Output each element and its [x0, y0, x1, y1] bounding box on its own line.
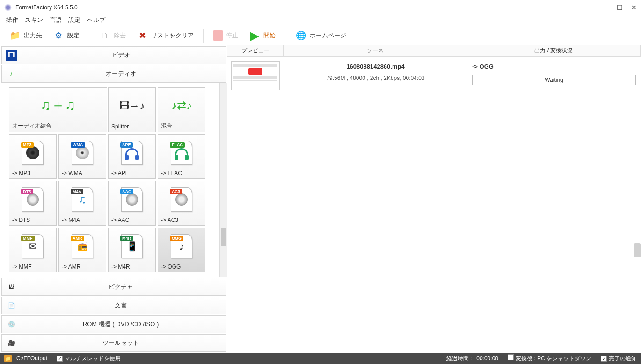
- status-bar: 📁 C:\FFOutput ✓マルチスレッドを使用 経過時間 : 00:00:0…: [0, 353, 641, 364]
- output-target: -> OGG: [472, 63, 494, 70]
- preview-thumbnail: [227, 61, 284, 90]
- mix-button[interactable]: ♪⇄♪ 混合: [158, 87, 205, 132]
- title-bar: FormatFactory X64 5.5.0 — ☐ ✕: [0, 0, 641, 14]
- window-title: FormatFactory X64 5.5.0: [15, 4, 602, 11]
- toolset-icon: 🎥: [6, 337, 17, 349]
- clear-list-button[interactable]: ✖ リストをクリア: [132, 28, 197, 43]
- multithread-checkbox[interactable]: ✓: [57, 356, 63, 362]
- app-icon: [4, 4, 12, 11]
- start-button[interactable]: ▶ 開始: [245, 28, 279, 43]
- menu-operate[interactable]: 操作: [6, 16, 18, 24]
- globe-icon: 🌐: [295, 29, 307, 42]
- play-icon: ▶: [248, 29, 261, 42]
- format-ac3[interactable]: AC3-> AC3: [158, 181, 205, 226]
- source-filename: 1608088142860.mp4: [346, 63, 404, 70]
- category-rom[interactable]: 💿 ROM 機器 ( DVD /CD /ISO ): [1, 315, 226, 333]
- separator: [89, 29, 89, 43]
- category-video[interactable]: 🎞 ビデオ: [1, 46, 226, 64]
- format-m4a[interactable]: M4A♫-> M4A: [58, 181, 106, 226]
- shutdown-checkbox[interactable]: [508, 354, 514, 360]
- folder-icon[interactable]: 📁: [4, 355, 12, 362]
- format-mp3[interactable]: MP3-> MP3: [9, 134, 57, 179]
- format-mmf[interactable]: MMF✉-> MMF: [9, 228, 57, 272]
- sidebar-scrollbar[interactable]: [219, 83, 227, 277]
- picture-icon: 🖼: [6, 281, 17, 293]
- audio-join-button[interactable]: ♫＋♫ オーディオ結合: [9, 87, 107, 132]
- format-dts[interactable]: DTS-> DTS: [9, 181, 57, 226]
- video-icon: 🎞: [6, 50, 17, 61]
- audio-format-grid: ♫＋♫ オーディオ結合 🎞→♪ Splitter ♪⇄♪ 混合 MP3-> MP…: [0, 83, 219, 277]
- format-ape[interactable]: APE-> APE: [108, 134, 156, 179]
- category-document[interactable]: 📄 文書: [1, 297, 226, 314]
- format-wma[interactable]: WMA-> WMA: [58, 134, 106, 179]
- notify-checkbox[interactable]: ✓: [601, 356, 607, 362]
- format-ogg[interactable]: OGG♪-> OGG: [158, 228, 205, 272]
- separator: [203, 29, 204, 43]
- elapsed-value: 00:00:00: [476, 355, 498, 362]
- splitter-button[interactable]: 🎞→♪ Splitter: [108, 87, 156, 132]
- menu-bar: 操作 スキン 言語 設定 ヘルプ: [0, 14, 641, 26]
- folder-icon: 📁: [9, 29, 21, 42]
- format-m4r[interactable]: M4R📱-> M4R: [108, 228, 156, 272]
- remove-button[interactable]: 🗎 除去: [95, 28, 130, 43]
- document-icon: 📄: [6, 300, 17, 311]
- audio-icon: ♪: [6, 68, 17, 79]
- elapsed-label: 経過時間 :: [446, 355, 472, 363]
- output-path[interactable]: C:\FFOutput: [16, 355, 47, 362]
- category-audio[interactable]: ♪ オーディオ: [1, 65, 226, 83]
- col-status[interactable]: 出力 / 変換状況: [467, 45, 641, 56]
- menu-help[interactable]: ヘルプ: [87, 16, 105, 24]
- category-sidebar: 🎞 ビデオ ♪ オーディオ ♫＋♫ オーディオ結合 🎞→♪ Splitter ♪…: [0, 45, 227, 353]
- format-aac[interactable]: AAC-> AAC: [108, 181, 156, 226]
- separator: [285, 29, 285, 43]
- menu-language[interactable]: 言語: [50, 16, 62, 24]
- settings-button[interactable]: ⚙ 設定: [49, 28, 83, 43]
- format-amr[interactable]: AMR📻-> AMR: [58, 228, 106, 272]
- toolbar: 📁 出力先 ⚙ 設定 🗎 除去 ✖ リストをクリア 停止 ▶ 開始 🌐 ホームペ…: [0, 26, 641, 45]
- col-preview[interactable]: プレビュー: [227, 45, 284, 56]
- gear-icon: ⚙: [52, 29, 65, 42]
- list-scrollbar[interactable]: [634, 243, 641, 257]
- category-picture[interactable]: 🖼 ピクチャ: [1, 278, 226, 296]
- clear-icon: ✖: [136, 29, 148, 42]
- list-header: プレビュー ソース 出力 / 変換状況: [227, 45, 641, 57]
- stop-icon: [213, 30, 223, 41]
- conversion-state: Waiting: [472, 75, 636, 85]
- output-folder-button[interactable]: 📁 出力先: [5, 28, 46, 43]
- list-item[interactable]: 1608088142860.mp4 79.56M , 48000 , 2ch ,…: [227, 57, 641, 92]
- disc-icon: 💿: [6, 319, 17, 330]
- stop-button[interactable]: 停止: [209, 29, 242, 43]
- menu-settings[interactable]: 設定: [68, 16, 80, 24]
- remove-icon: 🗎: [99, 29, 111, 42]
- menu-skin[interactable]: スキン: [25, 16, 43, 24]
- close-button[interactable]: ✕: [631, 4, 637, 11]
- maximize-button[interactable]: ☐: [617, 4, 623, 11]
- category-toolset[interactable]: 🎥 ツールセット: [1, 334, 226, 352]
- homepage-button[interactable]: 🌐 ホームページ: [291, 28, 350, 43]
- col-source[interactable]: ソース: [284, 45, 467, 56]
- minimize-button[interactable]: —: [602, 4, 608, 11]
- format-flac[interactable]: FLAC-> FLAC: [158, 134, 205, 179]
- source-meta: 79.56M , 48000 , 2ch , 2Kbps, 00:04:03: [326, 75, 424, 81]
- conversion-list: プレビュー ソース 出力 / 変換状況 1608088142860.mp4 79…: [227, 45, 641, 353]
